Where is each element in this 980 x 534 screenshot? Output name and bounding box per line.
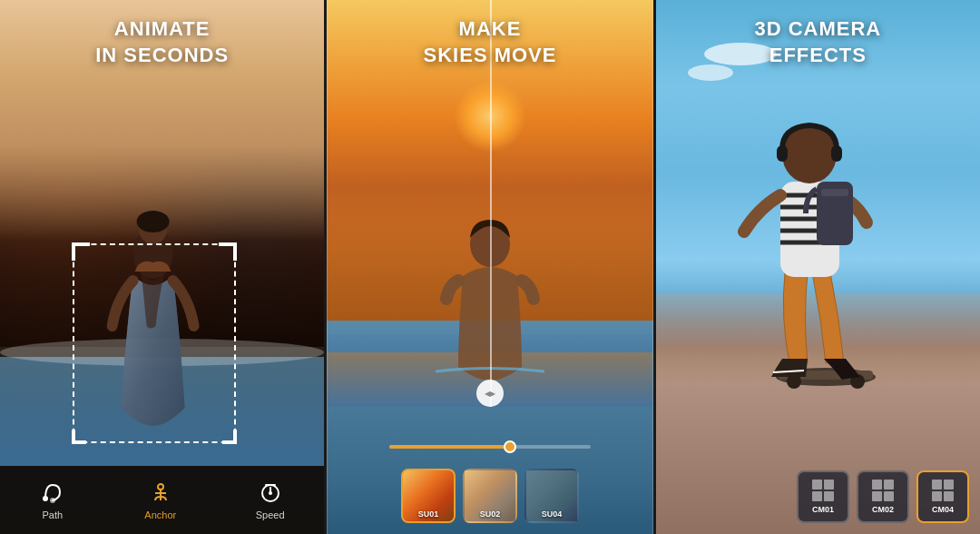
- cm-cell: [944, 480, 954, 490]
- thumb-su02-label: SU02: [465, 509, 515, 519]
- panel-1-title-line1: ANIMATE: [0, 16, 324, 43]
- cm02-label: CM02: [872, 505, 894, 514]
- panel-2-title-line1: MAKE: [328, 16, 652, 43]
- thumb-su02[interactable]: SU02: [463, 469, 517, 523]
- thumb-cm02[interactable]: CM02: [857, 470, 909, 523]
- speed-icon: [258, 480, 283, 505]
- panel-skies: MAKE SKIES MOVE SU01 SU02: [327, 0, 652, 534]
- thumb-su04-label: SU04: [526, 509, 577, 519]
- svg-point-4: [50, 498, 55, 503]
- svg-rect-16: [831, 145, 842, 162]
- corner-bl: [72, 430, 86, 444]
- path-label: Path: [42, 509, 63, 520]
- path-icon: [40, 480, 65, 505]
- tool-anchor[interactable]: Anchor: [144, 480, 176, 520]
- slider-fill: [389, 445, 510, 449]
- cm-cell: [884, 491, 894, 501]
- cm-cell: [812, 491, 822, 501]
- slider-thumb[interactable]: [504, 440, 516, 453]
- thumb-cm04[interactable]: CM04: [916, 470, 969, 523]
- sky-divider-handle[interactable]: [476, 380, 504, 407]
- svg-point-7: [269, 491, 272, 495]
- app-container: ANIMATE IN SECONDS Path: [0, 0, 980, 534]
- anchor-icon: [148, 480, 173, 505]
- cm-cell: [884, 480, 894, 490]
- thumb-cm01[interactable]: CM01: [797, 470, 849, 523]
- cm-cell: [872, 491, 882, 501]
- panel-3-title-line2: EFFECTS: [656, 43, 980, 69]
- panel-1-title: ANIMATE IN SECONDS: [0, 16, 324, 68]
- corner-br: [222, 430, 237, 444]
- speed-label: Speed: [256, 509, 285, 520]
- cm-cell: [932, 491, 942, 501]
- skateboarder-figure: [708, 54, 907, 400]
- thumb-su01-label: SU01: [403, 509, 454, 519]
- panel-animate: ANIMATE IN SECONDS Path: [0, 0, 324, 534]
- cm-cell: [824, 480, 834, 490]
- panel-3-title-line1: 3D CAMERA: [656, 16, 980, 43]
- panel-1-title-line2: IN SECONDS: [0, 43, 324, 69]
- cm02-grid: [872, 480, 894, 501]
- cm01-grid: [812, 480, 834, 501]
- sky-thumbnails: SU01 SU02 SU04: [328, 469, 652, 523]
- panel-2-bottom: SU01 SU02 SU04: [328, 445, 652, 534]
- panel-3-title: 3D CAMERA EFFECTS: [656, 16, 980, 68]
- panel-3-thumbnails: CM01 CM02 CM04: [656, 470, 980, 523]
- panel-2-title: MAKE SKIES MOVE: [328, 16, 652, 68]
- sky-intensity-slider[interactable]: [389, 445, 591, 449]
- cm04-grid: [932, 480, 954, 501]
- svg-rect-18: [821, 189, 848, 196]
- panel-1-toolbar: Path Anchor: [0, 466, 324, 534]
- svg-point-5: [158, 484, 163, 490]
- panel-2-title-line2: SKIES MOVE: [328, 43, 652, 69]
- anchor-label: Anchor: [144, 509, 176, 520]
- panel-camera: 3D CAMERA EFFECTS CM01: [656, 0, 980, 534]
- thumb-su04[interactable]: SU04: [524, 469, 579, 523]
- thumb-su01[interactable]: SU01: [401, 469, 456, 523]
- cm-cell: [812, 480, 822, 490]
- cm-cell: [932, 480, 942, 490]
- svg-rect-15: [777, 145, 788, 162]
- cm01-label: CM01: [812, 505, 834, 514]
- cm04-label: CM04: [932, 505, 954, 514]
- svg-point-3: [43, 496, 48, 501]
- cm-cell: [872, 480, 882, 490]
- cm-cell: [824, 491, 834, 501]
- tool-speed[interactable]: Speed: [256, 480, 285, 520]
- selection-box: [73, 243, 236, 443]
- tool-path[interactable]: Path: [40, 480, 65, 520]
- svg-point-2: [136, 211, 169, 232]
- cm-cell: [944, 491, 954, 501]
